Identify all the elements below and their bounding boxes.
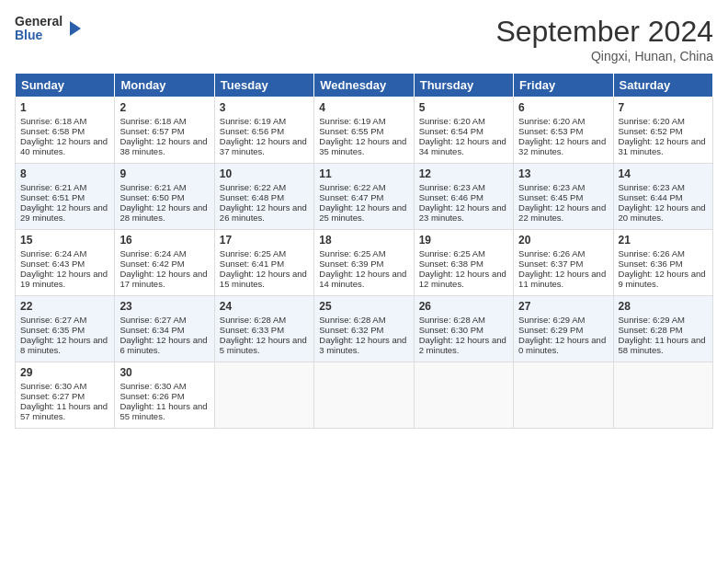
- daylight: Daylight: 12 hours and 29 minutes.: [20, 202, 108, 223]
- sunrise: Sunrise: 6:25 AM: [220, 248, 286, 259]
- daylight: Daylight: 12 hours and 34 minutes.: [419, 136, 506, 156]
- sunset: Sunset: 6:30 PM: [419, 325, 483, 335]
- daylight: Daylight: 12 hours and 35 minutes.: [319, 136, 406, 156]
- calendar-cell: 30Sunrise: 6:30 AMSunset: 6:26 PMDayligh…: [115, 362, 214, 429]
- daylight: Daylight: 12 hours and 2 minutes.: [419, 335, 506, 355]
- day-number: 23: [119, 300, 209, 313]
- daylight: Daylight: 12 hours and 9 minutes.: [619, 269, 706, 289]
- sunrise: Sunrise: 6:24 AM: [20, 248, 86, 259]
- sunset: Sunset: 6:27 PM: [20, 391, 85, 401]
- day-number: 24: [220, 300, 309, 313]
- sunrise: Sunrise: 6:27 AM: [119, 315, 186, 325]
- calendar-cell: 14Sunrise: 6:23 AMSunset: 6:44 PMDayligh…: [613, 164, 712, 230]
- sunset: Sunset: 6:38 PM: [419, 259, 483, 269]
- calendar-cell: [214, 362, 313, 429]
- calendar-week-3: 15Sunrise: 6:24 AMSunset: 6:43 PMDayligh…: [16, 230, 713, 296]
- calendar-cell: 28Sunrise: 6:29 AMSunset: 6:28 PMDayligh…: [613, 296, 712, 362]
- sunrise: Sunrise: 6:26 AM: [619, 248, 685, 259]
- sunrise: Sunrise: 6:30 AM: [119, 381, 186, 391]
- daylight: Daylight: 12 hours and 6 minutes.: [119, 335, 207, 355]
- calendar-cell: 6Sunrise: 6:20 AMSunset: 6:53 PMDaylight…: [514, 98, 613, 164]
- logo: General Blue: [15, 15, 85, 43]
- day-number: 7: [619, 101, 708, 114]
- sunset: Sunset: 6:46 PM: [419, 192, 483, 202]
- daylight: Daylight: 11 hours and 57 minutes.: [20, 401, 108, 421]
- daylight: Daylight: 12 hours and 40 minutes.: [20, 136, 108, 156]
- sunrise: Sunrise: 6:28 AM: [319, 315, 385, 325]
- sunset: Sunset: 6:41 PM: [220, 259, 284, 269]
- svg-marker-0: [70, 21, 81, 36]
- daylight: Daylight: 12 hours and 28 minutes.: [119, 202, 207, 223]
- sunset: Sunset: 6:33 PM: [220, 325, 284, 335]
- calendar-cell: 4Sunrise: 6:19 AMSunset: 6:55 PMDaylight…: [314, 98, 414, 164]
- sunrise: Sunrise: 6:28 AM: [220, 315, 286, 325]
- daylight: Daylight: 11 hours and 58 minutes.: [619, 335, 706, 355]
- daylight: Daylight: 12 hours and 0 minutes.: [518, 335, 606, 355]
- sunset: Sunset: 6:37 PM: [518, 259, 583, 269]
- day-number: 6: [518, 101, 608, 114]
- daylight: Daylight: 12 hours and 32 minutes.: [518, 136, 606, 156]
- calendar-cell: 23Sunrise: 6:27 AMSunset: 6:34 PMDayligh…: [115, 296, 214, 362]
- sunrise: Sunrise: 6:23 AM: [419, 182, 485, 192]
- calendar-cell: 2Sunrise: 6:18 AMSunset: 6:57 PMDaylight…: [115, 98, 214, 164]
- sunset: Sunset: 6:50 PM: [119, 192, 184, 202]
- col-sunday: Sunday: [16, 74, 115, 98]
- location: Qingxi, Hunan, China: [495, 49, 713, 63]
- calendar-cell: 9Sunrise: 6:21 AMSunset: 6:50 PMDaylight…: [115, 164, 214, 230]
- daylight: Daylight: 12 hours and 14 minutes.: [319, 269, 406, 289]
- calendar-cell: 26Sunrise: 6:28 AMSunset: 6:30 PMDayligh…: [414, 296, 513, 362]
- calendar-cell: 5Sunrise: 6:20 AMSunset: 6:54 PMDaylight…: [414, 98, 513, 164]
- day-number: 13: [518, 167, 608, 180]
- calendar-cell: 18Sunrise: 6:25 AMSunset: 6:39 PMDayligh…: [314, 230, 414, 296]
- page: General Blue September 2024 Qingxi, Huna…: [0, 0, 728, 563]
- sunset: Sunset: 6:53 PM: [518, 126, 583, 136]
- calendar-cell: 1Sunrise: 6:18 AMSunset: 6:58 PMDaylight…: [16, 98, 115, 164]
- calendar-cell: 25Sunrise: 6:28 AMSunset: 6:32 PMDayligh…: [314, 296, 414, 362]
- sunset: Sunset: 6:32 PM: [319, 325, 383, 335]
- daylight: Daylight: 12 hours and 5 minutes.: [220, 335, 307, 355]
- sunrise: Sunrise: 6:20 AM: [619, 116, 685, 126]
- day-number: 16: [119, 234, 209, 247]
- calendar-table: Sunday Monday Tuesday Wednesday Thursday…: [15, 73, 713, 429]
- daylight: Daylight: 12 hours and 12 minutes.: [419, 269, 506, 289]
- daylight: Daylight: 12 hours and 22 minutes.: [518, 202, 606, 223]
- logo-arrow-icon: [66, 19, 85, 38]
- calendar-week-5: 29Sunrise: 6:30 AMSunset: 6:27 PMDayligh…: [16, 362, 713, 429]
- sunset: Sunset: 6:39 PM: [319, 259, 383, 269]
- sunrise: Sunrise: 6:19 AM: [319, 116, 385, 126]
- day-number: 20: [518, 234, 608, 247]
- day-number: 28: [619, 300, 708, 313]
- sunrise: Sunrise: 6:24 AM: [119, 248, 186, 259]
- sunset: Sunset: 6:51 PM: [20, 192, 85, 202]
- sunrise: Sunrise: 6:19 AM: [220, 116, 286, 126]
- col-saturday: Saturday: [613, 74, 712, 98]
- day-number: 3: [220, 101, 309, 114]
- day-number: 25: [319, 300, 408, 313]
- calendar-cell: [613, 362, 712, 429]
- sunset: Sunset: 6:52 PM: [619, 126, 683, 136]
- daylight: Daylight: 12 hours and 11 minutes.: [518, 269, 606, 289]
- day-number: 18: [319, 234, 408, 247]
- sunrise: Sunrise: 6:18 AM: [20, 116, 86, 126]
- month-title: September 2024: [495, 15, 713, 49]
- calendar-cell: 17Sunrise: 6:25 AMSunset: 6:41 PMDayligh…: [214, 230, 313, 296]
- daylight: Daylight: 12 hours and 20 minutes.: [619, 202, 706, 223]
- sunset: Sunset: 6:42 PM: [119, 259, 184, 269]
- calendar-cell: 19Sunrise: 6:25 AMSunset: 6:38 PMDayligh…: [414, 230, 513, 296]
- sunset: Sunset: 6:35 PM: [20, 325, 85, 335]
- calendar-week-2: 8Sunrise: 6:21 AMSunset: 6:51 PMDaylight…: [16, 164, 713, 230]
- day-number: 15: [20, 234, 109, 247]
- day-number: 2: [119, 101, 209, 114]
- calendar-cell: 20Sunrise: 6:26 AMSunset: 6:37 PMDayligh…: [514, 230, 613, 296]
- day-number: 19: [419, 234, 508, 247]
- col-tuesday: Tuesday: [214, 74, 313, 98]
- calendar-cell: 29Sunrise: 6:30 AMSunset: 6:27 PMDayligh…: [16, 362, 115, 429]
- sunrise: Sunrise: 6:25 AM: [319, 248, 385, 259]
- col-friday: Friday: [514, 74, 613, 98]
- calendar-cell: [314, 362, 414, 429]
- daylight: Daylight: 12 hours and 3 minutes.: [319, 335, 406, 355]
- sunrise: Sunrise: 6:21 AM: [119, 182, 186, 192]
- daylight: Daylight: 12 hours and 8 minutes.: [20, 335, 108, 355]
- sunset: Sunset: 6:48 PM: [220, 192, 284, 202]
- day-number: 21: [619, 234, 708, 247]
